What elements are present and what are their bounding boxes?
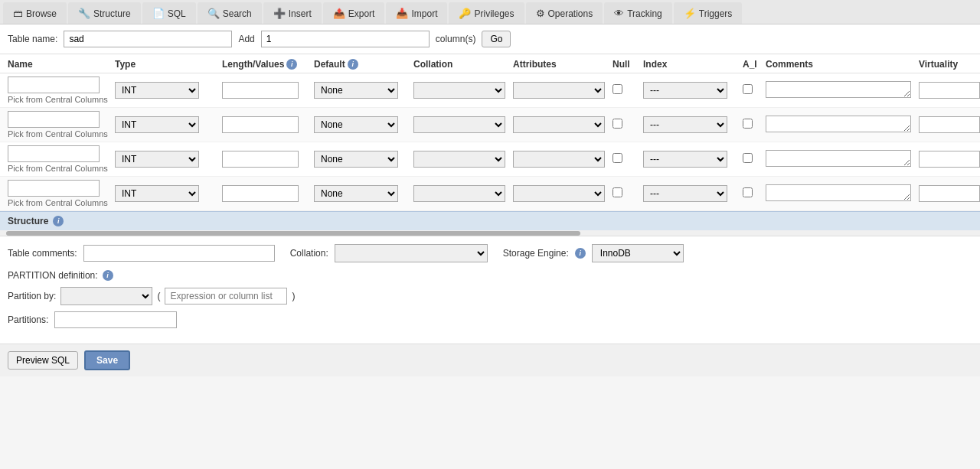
col-null-checkbox-3[interactable] <box>612 187 622 197</box>
tab-insert[interactable]: ➕ Insert <box>263 2 322 24</box>
tab-privileges[interactable]: 🔑 Privileges <box>449 2 524 24</box>
col-attributes-select-0[interactable]: UNSIGNED UNSIGNED ZEROFILL on update CUR… <box>513 82 605 99</box>
col-comments-textarea-3[interactable] <box>766 184 911 201</box>
col-default-select-1[interactable]: None NULL CURRENT_TIMESTAMP As defined: <box>314 116 398 133</box>
tab-export[interactable]: 📤 Export <box>323 2 385 24</box>
col-ai-checkbox-2[interactable] <box>743 153 753 163</box>
partition-title: PARTITION definition: i <box>8 270 972 281</box>
col-length-input-3[interactable] <box>222 185 299 202</box>
col-index-select-0[interactable]: --- PRIMARY UNIQUE INDEX FULLTEXT <box>643 82 727 99</box>
partition-by-label: Partition by: <box>8 291 56 301</box>
length-help-icon[interactable]: i <box>286 59 297 70</box>
preview-sql-button[interactable]: Preview SQL <box>8 351 78 370</box>
table-name-label: Table name: <box>8 34 57 44</box>
partition-help-icon[interactable]: i <box>103 270 113 281</box>
save-button[interactable]: Save <box>84 350 130 370</box>
table-name-input[interactable] <box>64 31 232 47</box>
col-collation-select-1[interactable] <box>413 116 505 133</box>
col-virtuality-cell-1 <box>919 116 980 133</box>
header-ai: A_I <box>743 59 766 70</box>
col-virtuality-input-2[interactable] <box>919 151 980 168</box>
add-columns-input[interactable] <box>261 31 430 47</box>
pick-central-link-2[interactable]: Pick from Central Columns <box>8 164 115 173</box>
column-rows: Pick from Central Columns INT VARCHAR TE… <box>0 73 980 211</box>
col-comments-textarea-0[interactable] <box>766 81 911 98</box>
bottom-form: Table comments: Collation: Storage Engin… <box>0 236 980 344</box>
header-length-values: Length/Values i <box>222 59 314 70</box>
partition-by-select[interactable]: HASH KEY RANGE LIST <box>60 287 152 305</box>
pick-central-link-3[interactable]: Pick from Central Columns <box>8 198 115 207</box>
col-collation-select-2[interactable] <box>413 151 505 168</box>
header-collation: Collation <box>413 59 513 70</box>
col-default-select-2[interactable]: None NULL CURRENT_TIMESTAMP As defined: <box>314 151 398 168</box>
col-comments-cell-2 <box>766 150 919 169</box>
partitions-input[interactable] <box>54 311 177 328</box>
go-button[interactable]: Go <box>482 31 511 47</box>
partition-expression-input[interactable] <box>165 288 287 305</box>
col-virtuality-input-0[interactable] <box>919 82 980 99</box>
col-name-input-2[interactable] <box>8 145 100 162</box>
col-null-checkbox-1[interactable] <box>612 119 622 129</box>
col-index-select-2[interactable]: --- PRIMARY UNIQUE INDEX FULLTEXT <box>643 151 727 168</box>
col-default-select-3[interactable]: None NULL CURRENT_TIMESTAMP As defined: <box>314 185 398 202</box>
col-attributes-select-3[interactable]: UNSIGNED UNSIGNED ZEROFILL on update CUR… <box>513 185 605 202</box>
col-index-select-3[interactable]: --- PRIMARY UNIQUE INDEX FULLTEXT <box>643 185 727 202</box>
col-collation-select-3[interactable] <box>413 185 505 202</box>
col-ai-checkbox-3[interactable] <box>743 187 753 197</box>
col-type-select-1[interactable]: INT VARCHAR TEXT BIGINT FLOAT DATE DATET… <box>115 116 199 133</box>
storage-engine-help-icon[interactable]: i <box>575 248 586 259</box>
storage-engine-select[interactable]: InnoDB MyISAM Memory CSV <box>592 244 684 262</box>
tab-browse[interactable]: 🗃 Browse <box>3 2 67 24</box>
col-default-cell-2: None NULL CURRENT_TIMESTAMP As defined: <box>314 151 413 168</box>
col-name-input-3[interactable] <box>8 180 100 197</box>
header-index: Index <box>643 59 743 70</box>
col-ai-checkbox-1[interactable] <box>743 119 753 129</box>
col-null-cell-1 <box>612 119 643 131</box>
col-virtuality-input-3[interactable] <box>919 185 980 202</box>
table-comments-group: Table comments: <box>8 245 275 262</box>
collation-label: Collation: <box>290 248 328 259</box>
operations-icon: ⚙ <box>536 8 545 19</box>
col-default-select-0[interactable]: None NULL CURRENT_TIMESTAMP As defined: <box>314 82 398 99</box>
col-null-checkbox-2[interactable] <box>612 153 622 163</box>
col-type-select-0[interactable]: INT VARCHAR TEXT BIGINT FLOAT DATE DATET… <box>115 82 199 99</box>
col-type-select-3[interactable]: INT VARCHAR TEXT BIGINT FLOAT DATE DATET… <box>115 185 199 202</box>
tab-import[interactable]: 📥 Import <box>386 2 447 24</box>
col-length-cell-2 <box>222 151 314 168</box>
col-comments-textarea-2[interactable] <box>766 150 911 167</box>
col-name-cell-0: Pick from Central Columns <box>8 77 115 104</box>
tab-tracking[interactable]: 👁 Tracking <box>604 2 672 24</box>
default-help-icon[interactable]: i <box>348 59 358 70</box>
col-type-select-2[interactable]: INT VARCHAR TEXT BIGINT FLOAT DATE DATET… <box>115 151 199 168</box>
tab-operations[interactable]: ⚙ Operations <box>526 2 603 24</box>
pick-central-link-1[interactable]: Pick from Central Columns <box>8 129 115 138</box>
table-row: Pick from Central Columns INT VARCHAR TE… <box>0 108 980 142</box>
col-length-input-0[interactable] <box>222 82 299 99</box>
tab-structure[interactable]: 🔧 Structure <box>68 2 141 24</box>
pick-central-link-0[interactable]: Pick from Central Columns <box>8 95 115 104</box>
col-index-cell-2: --- PRIMARY UNIQUE INDEX FULLTEXT <box>643 151 743 168</box>
col-collation-select-0[interactable] <box>413 82 505 99</box>
tab-search[interactable]: 🔍 Search <box>198 2 262 24</box>
col-length-input-2[interactable] <box>222 151 299 168</box>
col-ai-checkbox-0[interactable] <box>743 84 753 94</box>
col-collation-cell-2 <box>413 151 513 168</box>
col-attributes-select-2[interactable]: UNSIGNED UNSIGNED ZEROFILL on update CUR… <box>513 151 605 168</box>
table-comments-input[interactable] <box>83 245 275 262</box>
col-name-input-0[interactable] <box>8 77 100 93</box>
table-row: Pick from Central Columns INT VARCHAR TE… <box>0 177 980 211</box>
tab-sql[interactable]: 📄 SQL <box>142 2 196 24</box>
col-attributes-select-1[interactable]: UNSIGNED UNSIGNED ZEROFILL on update CUR… <box>513 116 605 133</box>
col-length-input-1[interactable] <box>222 116 299 133</box>
tab-triggers[interactable]: ⚡ Triggers <box>674 2 743 24</box>
col-name-cell-3: Pick from Central Columns <box>8 180 115 207</box>
scroll-thumb[interactable] <box>6 231 580 236</box>
col-null-checkbox-0[interactable] <box>612 84 622 94</box>
col-comments-textarea-1[interactable] <box>766 116 911 132</box>
structure-help-icon[interactable]: i <box>53 216 64 226</box>
col-name-input-1[interactable] <box>8 111 100 128</box>
col-index-select-1[interactable]: --- PRIMARY UNIQUE INDEX FULLTEXT <box>643 116 727 133</box>
col-type-cell-1: INT VARCHAR TEXT BIGINT FLOAT DATE DATET… <box>115 116 222 133</box>
col-virtuality-input-1[interactable] <box>919 116 980 133</box>
collation-select[interactable] <box>335 244 488 262</box>
